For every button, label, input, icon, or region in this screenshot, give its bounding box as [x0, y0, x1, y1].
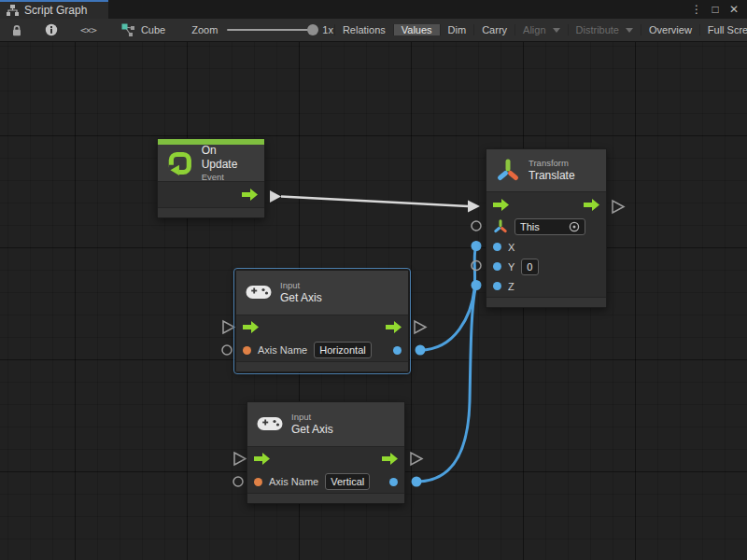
zoom-slider[interactable]: [227, 29, 317, 31]
flow-arrow-in-icon[interactable]: [493, 199, 509, 211]
graph-toolbar: <×> Cube Zoom 1x Relations Values Dim Ca: [0, 19, 747, 42]
node-footer: [158, 207, 264, 217]
distribute-button[interactable]: Distribute: [568, 24, 641, 35]
titlebar: Script Graph ⋮ □ ✕: [0, 0, 747, 19]
node-subtitle: Event: [202, 172, 255, 183]
port-axisname-in-getaxis-h[interactable]: [222, 345, 232, 355]
node-get-axis-horizontal[interactable]: Input Get Axis Axis Name Horizontal: [235, 270, 409, 372]
port-flow-out-getaxis-v[interactable]: [411, 453, 422, 465]
window-controls: ⋮ □ ✕: [689, 0, 747, 19]
node-title: Translate: [529, 169, 575, 183]
port-x-translate[interactable]: [472, 241, 482, 251]
overview-button[interactable]: Overview: [641, 24, 699, 35]
zoom-label: Zoom: [191, 24, 218, 35]
flow-row: [236, 315, 408, 340]
x-port-dot[interactable]: [493, 243, 501, 251]
axis-name-field[interactable]: Vertical: [325, 473, 370, 490]
fullscreen-button[interactable]: Full Screen: [699, 24, 747, 35]
node-title: On Update: [202, 144, 255, 172]
zoom-slider-handle[interactable]: [307, 24, 318, 35]
flow-row: [158, 182, 264, 207]
axis-name-port-dot[interactable]: [243, 346, 251, 355]
port-z-translate[interactable]: [472, 280, 482, 290]
z-port-dot[interactable]: [493, 282, 501, 290]
node-get-axis-vertical[interactable]: Input Get Axis Axis Name Vertical: [247, 401, 405, 504]
node-on-update[interactable]: On Update Event: [157, 138, 265, 218]
node-title: Get Axis: [280, 291, 322, 305]
object-picker-icon[interactable]: [569, 221, 580, 232]
port-value-out-getaxis-h[interactable]: [416, 345, 426, 356]
zoom-control: Zoom 1x: [191, 19, 333, 41]
node-header[interactable]: Input Get Axis: [236, 271, 408, 315]
port-flow-out-translate[interactable]: [613, 201, 624, 213]
port-value-out-getaxis-v[interactable]: [412, 477, 422, 487]
node-footer: [236, 361, 408, 371]
port-flow-in-translate[interactable]: [468, 201, 480, 213]
carry-button[interactable]: Carry: [473, 24, 514, 35]
transform-icon: [496, 159, 520, 183]
y-port-dot[interactable]: [493, 262, 501, 271]
graph-canvas[interactable]: On Update Event Transform: [0, 42, 747, 560]
y-port-label: Y: [508, 261, 514, 273]
port-flow-out-getaxis-h[interactable]: [415, 321, 426, 333]
this-port-row: This: [486, 217, 606, 237]
node-footer: [486, 297, 606, 307]
gamepad-icon: [257, 415, 283, 432]
chevron-down-icon: [626, 28, 633, 33]
this-target-field[interactable]: This: [514, 218, 585, 235]
axis-name-port-dot[interactable]: [254, 478, 262, 486]
port-flow-in-getaxis-v[interactable]: [234, 453, 246, 465]
axis-name-label: Axis Name: [269, 476, 318, 487]
port-flow-in-getaxis-h[interactable]: [223, 321, 234, 333]
flow-arrow-out-icon[interactable]: [382, 453, 398, 465]
z-port-row: Z: [486, 276, 606, 296]
graph-target-selector[interactable]: Cube: [121, 19, 165, 41]
node-footer: [247, 493, 404, 503]
chevron-down-icon: [553, 28, 560, 33]
axis-name-row: Axis Name Vertical: [247, 470, 404, 493]
tab-script-graph[interactable]: Script Graph: [0, 0, 108, 19]
flow-row: [486, 192, 606, 217]
kebab-menu-icon[interactable]: ⋮: [689, 1, 704, 18]
toolbar-toggle-group: Relations Values Dim Carry Align Distrib…: [333, 19, 747, 41]
lock-button[interactable]: [0, 19, 34, 41]
y-value-field[interactable]: 0: [521, 259, 539, 275]
info-button[interactable]: [34, 19, 69, 41]
x-port-row: X: [486, 237, 606, 257]
node-transform-translate[interactable]: Transform Translate This: [486, 148, 607, 308]
value-out-dot[interactable]: [389, 478, 398, 486]
wire-flow-onupdate-translate[interactable]: [281, 197, 468, 207]
code-view-button[interactable]: <×>: [69, 19, 107, 41]
flow-arrow-in-icon[interactable]: [254, 453, 270, 465]
node-kind: Transform: [529, 158, 575, 169]
port-axisname-in-getaxis-v[interactable]: [233, 477, 243, 486]
axis-name-field[interactable]: Horizontal: [314, 342, 372, 358]
maximize-icon[interactable]: □: [708, 1, 723, 18]
flow-arrow-out-icon[interactable]: [386, 321, 402, 333]
port-flow-out-on-update[interactable]: [270, 190, 281, 203]
this-field-value: This: [520, 220, 540, 233]
wire-getaxis-horizontal-to-x[interactable]: [420, 246, 476, 351]
distribute-label: Distribute: [576, 24, 619, 35]
align-button[interactable]: Align: [514, 24, 567, 35]
dim-button[interactable]: Dim: [440, 24, 474, 35]
flow-arrow-in-icon[interactable]: [243, 321, 259, 333]
node-header[interactable]: Input Get Axis: [247, 402, 404, 447]
info-icon: [45, 23, 58, 36]
port-y-translate[interactable]: [472, 261, 481, 271]
port-this-translate[interactable]: [472, 221, 481, 231]
node-header[interactable]: On Update Event: [158, 145, 264, 182]
values-button[interactable]: Values: [393, 24, 440, 35]
close-icon[interactable]: ✕: [726, 1, 741, 18]
node-header[interactable]: Transform Translate: [486, 149, 606, 192]
node-title: Get Axis: [291, 423, 333, 437]
relations-button[interactable]: Relations: [334, 24, 393, 35]
flow-arrow-out-icon[interactable]: [584, 199, 599, 211]
value-out-dot[interactable]: [393, 346, 402, 355]
tab-title: Script Graph: [24, 4, 87, 17]
y-port-row: Y 0: [486, 257, 606, 276]
zoom-value: 1x: [322, 24, 333, 35]
flow-arrow-out-icon[interactable]: [242, 189, 258, 201]
transform-mini-icon: [493, 219, 508, 234]
code-icon: <×>: [80, 24, 96, 36]
